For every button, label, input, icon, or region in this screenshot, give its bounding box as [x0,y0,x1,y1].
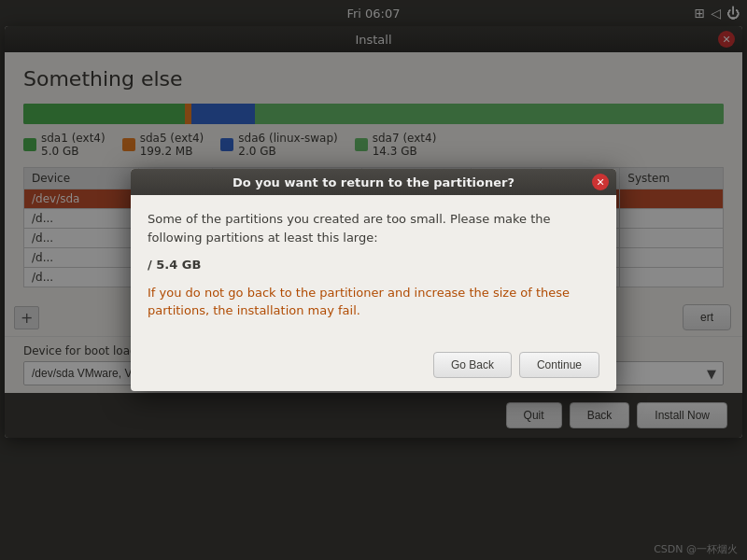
go-back-button[interactable]: Go Back [433,352,512,378]
modal-titlebar: Do you want to return to the partitioner… [131,169,616,195]
modal-buttons: Go Back Continue [131,344,616,391]
modal-close-button[interactable]: ✕ [592,174,609,190]
modal-body-line1: Some of the partitions you created are t… [148,210,599,246]
modal-dialog: Do you want to return to the partitioner… [131,169,616,391]
continue-button[interactable]: Continue [519,352,599,378]
modal-partition-size: / 5.4 GB [148,256,599,274]
modal-overlay: Do you want to return to the partitioner… [0,0,747,560]
modal-body: Some of the partitions you created are t… [131,195,616,344]
modal-body-line2: If you do not go back to the partitioner… [148,284,599,320]
modal-title: Do you want to return to the partitioner… [233,175,514,189]
